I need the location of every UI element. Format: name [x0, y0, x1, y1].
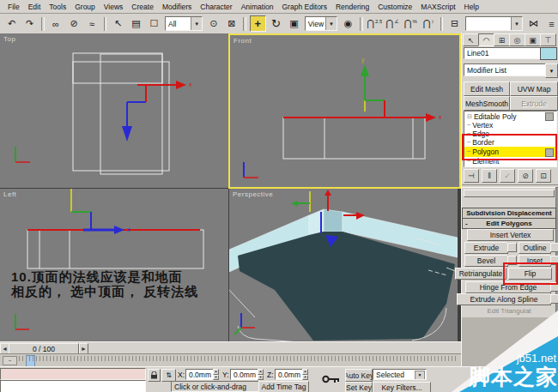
macro-recorder-line[interactable]	[0, 368, 146, 380]
auto-key-button[interactable]: Auto Key	[345, 369, 373, 382]
insert-vertex-button[interactable]: Insert Vertex	[467, 229, 554, 241]
remove-modifier-icon[interactable]: ⊘	[518, 169, 533, 183]
viewport-front[interactable]: Front x y	[228, 33, 461, 189]
x-coord-field[interactable]: 0.0mm	[185, 369, 215, 380]
object-color-swatch[interactable]	[540, 47, 557, 60]
inset-settings-icon[interactable]	[550, 256, 558, 265]
collapse-icon[interactable]: ⊟	[467, 113, 472, 120]
mini-curve-editor-icon[interactable]: ~	[3, 356, 17, 365]
menu-views[interactable]: Views	[100, 3, 128, 11]
tab-create-icon[interactable]: ↖	[463, 33, 479, 46]
stack-row-vertex[interactable]: ┄Vertex	[464, 121, 556, 130]
rollout-edit-polygons[interactable]: - Edit Polygons	[462, 218, 556, 229]
menu-modifiers[interactable]: Modifiers	[158, 3, 196, 11]
tab-modify-icon[interactable]: ◠	[478, 33, 494, 46]
menu-group[interactable]: Group	[70, 3, 100, 11]
hinge-settings-icon[interactable]	[550, 282, 558, 292]
bevel-settings-icon[interactable]	[507, 256, 517, 265]
outline-settings-icon[interactable]	[550, 243, 558, 252]
hinge-from-edge-button[interactable]: Hinge From Edge	[465, 281, 551, 293]
maxscript-listener-line[interactable]	[0, 380, 146, 392]
menu-file[interactable]: File	[3, 3, 24, 11]
key-selection-dropdown[interactable]: Selected ▼	[373, 369, 427, 380]
uvw-map-button[interactable]: UVW Map	[510, 81, 558, 96]
stack-state-icon[interactable]	[545, 148, 554, 157]
selection-filter-dropdown[interactable]: All ▼	[165, 16, 203, 31]
angle-snap-icon[interactable]: ⋂∠	[385, 15, 401, 32]
object-name-field[interactable]: Line01	[464, 47, 542, 59]
inset-button[interactable]: Inset	[519, 255, 551, 267]
undo-icon[interactable]: ↶	[3, 15, 20, 32]
menu-edit[interactable]: Edit	[24, 3, 45, 11]
selection-region-icon[interactable]: ☐	[146, 15, 162, 32]
menu-customize[interactable]: Customize	[373, 3, 416, 11]
configure-modifier-sets-icon[interactable]: ⊡	[536, 169, 551, 183]
z-coord-spinner[interactable]: ▲▼	[302, 369, 308, 380]
move-tool-icon[interactable]: +	[250, 15, 266, 32]
mirror-icon[interactable]: ⋈	[525, 15, 542, 32]
y-coord-field[interactable]: 0.0mm	[230, 369, 260, 380]
select-by-name-dialog-icon[interactable]: ⊙	[205, 15, 221, 32]
modifier-list-dropdown[interactable]: Modifier List	[464, 63, 549, 76]
make-unique-icon[interactable]: ✓	[500, 169, 515, 183]
viewport-front-label[interactable]: Front	[234, 37, 252, 45]
rollout-scroll-strip[interactable]	[464, 190, 555, 197]
bevel-button[interactable]: Bevel	[464, 255, 508, 267]
absolute-offset-mode-icon[interactable]: ⇅	[161, 369, 176, 382]
spinner-snap-icon[interactable]: ⋂↕	[421, 15, 437, 32]
tab-display-icon[interactable]: ▣	[525, 33, 541, 46]
tab-motion-icon[interactable]: ◎	[509, 33, 525, 46]
align-icon[interactable]: ≡	[543, 15, 558, 32]
viewport-left[interactable]: Left x 10.顶面的法线应该是和地面 相反的， 选中顶面， 反转法线	[0, 189, 228, 341]
show-end-result-icon[interactable]: ‖	[482, 169, 497, 183]
viewport-top[interactable]: Top x	[0, 33, 228, 188]
edit-triangulation-button[interactable]: Edit Triangulat	[464, 306, 555, 315]
stack-row-border[interactable]: ┄Border	[464, 138, 556, 147]
select-by-name-icon[interactable]: ▤	[128, 15, 144, 32]
z-coord-field[interactable]: 0.0mm	[275, 369, 305, 380]
stack-row-polygon[interactable]: ┄Polygon	[464, 147, 556, 157]
menu-create[interactable]: Create	[127, 3, 158, 11]
extrude-along-spline-settings-icon[interactable]	[550, 294, 558, 304]
stack-row-editable-poly[interactable]: ⊟ Editable Poly	[464, 112, 556, 121]
y-coord-spinner[interactable]: ▲▼	[258, 369, 264, 380]
viewport-perspective[interactable]: Perspective	[229, 189, 458, 341]
bind-to-spacewarp-icon[interactable]: ≈	[84, 15, 100, 32]
extrude-along-spline-button[interactable]: Extrude Along Spline	[457, 293, 551, 305]
menu-character[interactable]: Character	[196, 3, 236, 11]
add-time-tag-button[interactable]: Add Time Tag	[258, 381, 309, 392]
select-object-icon[interactable]: ↖	[110, 15, 126, 32]
stack-row-element[interactable]: ┄Element	[464, 157, 556, 166]
viewport-top-label[interactable]: Top	[3, 35, 15, 43]
window-crossing-icon[interactable]: ⊠	[223, 15, 240, 32]
pin-stack-icon[interactable]: ⊣	[464, 169, 479, 183]
viewport-left-label[interactable]: Left	[3, 190, 16, 198]
rotate-tool-icon[interactable]: ↻	[268, 15, 284, 32]
x-coord-spinner[interactable]: ▲▼	[213, 369, 219, 380]
retriangulate-button[interactable]: Retriangulate	[455, 268, 506, 280]
snap-toggle-icon[interactable]: ⋂2.5	[367, 15, 383, 32]
stack-row-edge[interactable]: ┄Edge	[464, 130, 556, 138]
edit-mesh-button[interactable]: Edit Mesh	[464, 81, 510, 96]
selection-lock-icon[interactable]	[148, 369, 161, 382]
set-key-button[interactable]: Set Key	[345, 382, 373, 392]
menu-graph-editors[interactable]: Graph Editors	[278, 3, 331, 11]
outline-button[interactable]: Outline	[519, 242, 551, 254]
scale-tool-icon[interactable]: ▣	[286, 15, 302, 32]
percent-snap-icon[interactable]: ⋂%	[403, 15, 419, 32]
key-filters-button[interactable]: Key Filters...	[373, 382, 431, 392]
set-keys-icon[interactable]	[322, 371, 341, 387]
redo-icon[interactable]: ↷	[21, 15, 38, 32]
viewport-perspective-label[interactable]: Perspective	[233, 190, 273, 198]
tab-hierarchy-icon[interactable]: ⊞	[494, 33, 510, 46]
stack-state-icon[interactable]	[545, 112, 554, 121]
tab-utilities-icon[interactable]: ⊤	[540, 33, 556, 46]
track-bar[interactable]: ~	[0, 353, 461, 367]
meshsmooth-button[interactable]: MeshSmooth	[464, 96, 510, 111]
menu-tools[interactable]: Tools	[45, 3, 70, 11]
extrude-button[interactable]: Extrude	[464, 242, 508, 254]
edit-named-selections-icon[interactable]: ⊟	[446, 15, 463, 32]
menu-animation[interactable]: Animation	[237, 3, 278, 11]
extrude-settings-icon[interactable]	[507, 243, 517, 252]
reference-coordinate-dropdown[interactable]: View ▼	[305, 16, 337, 31]
